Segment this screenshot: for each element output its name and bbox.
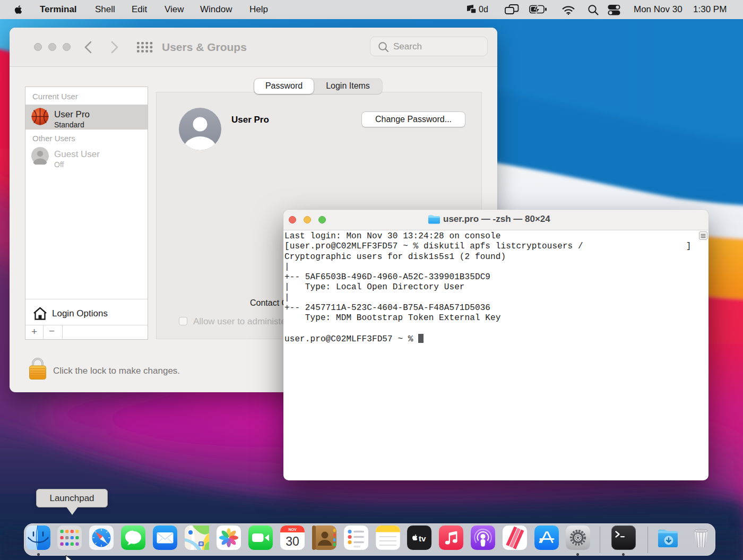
svg-text:NOV: NOV (288, 528, 297, 531)
svg-text:30: 30 (286, 535, 299, 548)
svg-text:tv: tv (419, 534, 426, 543)
